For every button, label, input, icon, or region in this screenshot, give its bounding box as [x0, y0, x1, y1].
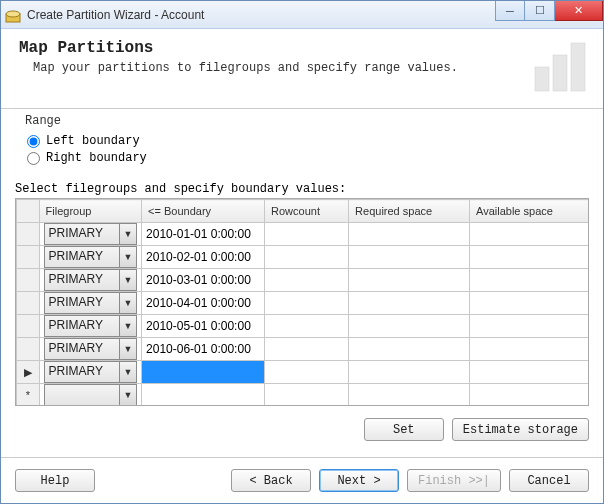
table-row[interactable]: PRIMARY▼2010-03-01 0:00:00	[17, 269, 590, 292]
available-cell	[470, 292, 589, 315]
filegroup-combo[interactable]: PRIMARY▼	[44, 269, 138, 291]
chevron-down-icon[interactable]: ▼	[119, 269, 137, 291]
header-graphic-icon	[531, 35, 591, 95]
table-row[interactable]: PRIMARY▼2010-02-01 0:00:00	[17, 246, 590, 269]
back-button[interactable]: < Back	[231, 469, 311, 492]
boundary-cell[interactable]	[142, 384, 265, 407]
filegroup-cell[interactable]: PRIMARY▼	[39, 361, 142, 384]
table-row[interactable]: *▼	[17, 384, 590, 407]
app-icon	[5, 7, 21, 23]
filegroup-combo[interactable]: PRIMARY▼	[44, 315, 138, 337]
available-cell	[470, 338, 589, 361]
required-cell	[349, 292, 470, 315]
filegroup-value	[44, 384, 120, 406]
wizard-header: Map Partitions Map your partitions to fi…	[1, 29, 603, 109]
filegroup-combo[interactable]: PRIMARY▼	[44, 223, 138, 245]
rowcount-cell	[265, 384, 349, 407]
left-boundary-radio[interactable]	[27, 135, 40, 148]
range-legend: Range	[21, 114, 65, 128]
boundary-cell[interactable]: 2010-04-01 0:00:00	[142, 292, 265, 315]
estimate-storage-button[interactable]: Estimate storage	[452, 418, 589, 441]
help-button[interactable]: Help	[15, 469, 95, 492]
col-boundary[interactable]: <= Boundary	[142, 200, 265, 223]
rowcount-cell	[265, 361, 349, 384]
boundary-cell[interactable]	[142, 361, 265, 384]
filegroup-cell[interactable]: PRIMARY▼	[39, 338, 142, 361]
svg-rect-2	[535, 67, 549, 91]
filegroup-combo[interactable]: PRIMARY▼	[44, 292, 138, 314]
col-available[interactable]: Available space	[470, 200, 589, 223]
page-subtitle: Map your partitions to filegroups and sp…	[19, 61, 585, 75]
next-button[interactable]: Next >	[319, 469, 399, 492]
col-marker	[17, 200, 40, 223]
partition-grid[interactable]: Filegroup <= Boundary Rowcount Required …	[15, 198, 589, 406]
required-cell	[349, 269, 470, 292]
table-row[interactable]: PRIMARY▼2010-06-01 0:00:00	[17, 338, 590, 361]
chevron-down-icon[interactable]: ▼	[119, 315, 137, 337]
col-filegroup[interactable]: Filegroup	[39, 200, 142, 223]
rowcount-cell	[265, 338, 349, 361]
boundary-cell[interactable]: 2010-03-01 0:00:00	[142, 269, 265, 292]
filegroup-combo[interactable]: ▼	[44, 384, 138, 406]
maximize-button[interactable]: ☐	[525, 1, 555, 21]
wizard-body: Range Left boundary Right boundary Selec…	[1, 109, 603, 451]
boundary-cell[interactable]: 2010-05-01 0:00:00	[142, 315, 265, 338]
wizard-footer: Help < Back Next > Finish >>| Cancel	[1, 457, 603, 503]
filegroup-cell[interactable]: PRIMARY▼	[39, 292, 142, 315]
required-cell	[349, 384, 470, 407]
chevron-down-icon[interactable]: ▼	[119, 223, 137, 245]
row-marker	[17, 338, 40, 361]
chevron-down-icon[interactable]: ▼	[119, 246, 137, 268]
table-row[interactable]: PRIMARY▼2010-05-01 0:00:00	[17, 315, 590, 338]
grid-label: Select filegroups and specify boundary v…	[15, 182, 589, 196]
rowcount-cell	[265, 292, 349, 315]
row-marker: ▶	[17, 361, 40, 384]
filegroup-cell[interactable]: PRIMARY▼	[39, 269, 142, 292]
filegroup-cell[interactable]: PRIMARY▼	[39, 315, 142, 338]
table-row[interactable]: PRIMARY▼2010-01-01 0:00:00	[17, 223, 590, 246]
required-cell	[349, 315, 470, 338]
filegroup-cell[interactable]: ▼	[39, 384, 142, 407]
boundary-cell[interactable]: 2010-02-01 0:00:00	[142, 246, 265, 269]
filegroup-value: PRIMARY	[44, 292, 120, 314]
rowcount-cell	[265, 246, 349, 269]
table-row[interactable]: PRIMARY▼2010-04-01 0:00:00	[17, 292, 590, 315]
row-marker	[17, 246, 40, 269]
filegroup-value: PRIMARY	[44, 361, 120, 383]
finish-button: Finish >>|	[407, 469, 501, 492]
close-button[interactable]: ✕	[555, 1, 603, 21]
svg-rect-4	[571, 43, 585, 91]
boundary-cell[interactable]: 2010-06-01 0:00:00	[142, 338, 265, 361]
cancel-button[interactable]: Cancel	[509, 469, 589, 492]
chevron-down-icon[interactable]: ▼	[119, 384, 137, 406]
chevron-down-icon[interactable]: ▼	[119, 338, 137, 360]
col-required[interactable]: Required space	[349, 200, 470, 223]
titlebar: Create Partition Wizard - Account ─ ☐ ✕	[1, 1, 603, 29]
table-row[interactable]: ▶PRIMARY▼	[17, 361, 590, 384]
minimize-button[interactable]: ─	[495, 1, 525, 21]
filegroup-value: PRIMARY	[44, 223, 120, 245]
rowcount-cell	[265, 223, 349, 246]
wizard-window: Create Partition Wizard - Account ─ ☐ ✕ …	[0, 0, 604, 504]
filegroup-cell[interactable]: PRIMARY▼	[39, 223, 142, 246]
window-title: Create Partition Wizard - Account	[27, 8, 204, 22]
window-controls: ─ ☐ ✕	[495, 1, 603, 21]
chevron-down-icon[interactable]: ▼	[119, 292, 137, 314]
row-marker	[17, 292, 40, 315]
chevron-down-icon[interactable]: ▼	[119, 361, 137, 383]
required-cell	[349, 338, 470, 361]
available-cell	[470, 315, 589, 338]
right-boundary-radio[interactable]	[27, 152, 40, 165]
row-marker	[17, 269, 40, 292]
filegroup-combo[interactable]: PRIMARY▼	[44, 361, 138, 383]
row-marker: *	[17, 384, 40, 407]
available-cell	[470, 246, 589, 269]
filegroup-combo[interactable]: PRIMARY▼	[44, 338, 138, 360]
filegroup-combo[interactable]: PRIMARY▼	[44, 246, 138, 268]
filegroup-value: PRIMARY	[44, 338, 120, 360]
filegroup-value: PRIMARY	[44, 246, 120, 268]
set-button[interactable]: Set	[364, 418, 444, 441]
boundary-cell[interactable]: 2010-01-01 0:00:00	[142, 223, 265, 246]
col-rowcount[interactable]: Rowcount	[265, 200, 349, 223]
filegroup-cell[interactable]: PRIMARY▼	[39, 246, 142, 269]
